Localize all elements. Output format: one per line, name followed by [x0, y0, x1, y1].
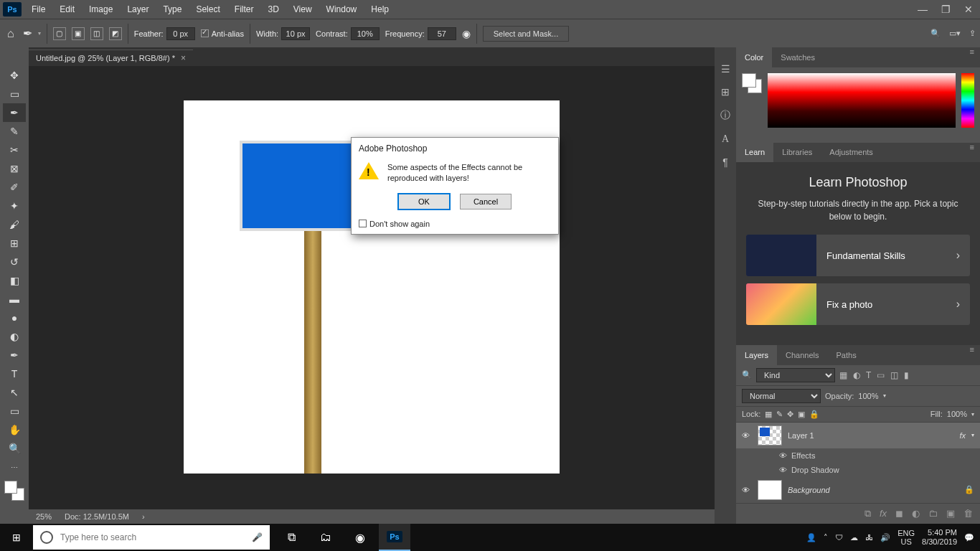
feather-input[interactable]	[166, 27, 195, 40]
edit-toolbar-icon[interactable]: ⋯	[3, 458, 26, 476]
taskbar-search[interactable]: Type here to search 🎤	[33, 525, 270, 550]
visibility-icon[interactable]: 👁	[742, 486, 752, 494]
layer-row-layer1[interactable]: 👁 Layer 1 fx ▾	[736, 423, 980, 448]
learn-card-fundamental[interactable]: Fundamental Skills ›	[746, 235, 970, 276]
menu-select[interactable]: Select	[189, 0, 227, 19]
rectangle-tool-icon[interactable]: ▭	[3, 402, 26, 420]
color-tab[interactable]: Color	[736, 47, 772, 67]
filter-type-icon[interactable]: T	[866, 370, 871, 380]
share-icon[interactable]: ⇪	[969, 29, 976, 38]
workspace-icon[interactable]: ▭▾	[949, 29, 961, 38]
menu-3d[interactable]: 3D	[260, 0, 286, 19]
lock-transparency-icon[interactable]: ▦	[765, 410, 772, 419]
pen-tool-icon[interactable]: ✒	[3, 346, 26, 364]
swatches-tab[interactable]: Swatches	[772, 47, 824, 67]
frame-tool-icon[interactable]: ⊠	[3, 159, 26, 178]
window-close-button[interactable]: ✕	[957, 0, 980, 19]
filter-smart-icon[interactable]: ◫	[890, 370, 898, 380]
pen-pressure-icon[interactable]: ◉	[462, 28, 471, 39]
hand-tool-icon[interactable]: ✋	[3, 420, 26, 439]
menu-image[interactable]: Image	[82, 0, 120, 19]
layer-filter-kind[interactable]: Kind	[756, 368, 835, 382]
color-picker-gradient[interactable]	[768, 73, 956, 128]
filter-toggle-icon[interactable]: ▮	[904, 370, 909, 380]
delete-layer-icon[interactable]: 🗑	[963, 508, 973, 519]
tray-clock[interactable]: 5:40 PM 8/30/2019	[922, 528, 957, 547]
channels-tab[interactable]: Channels	[777, 345, 827, 365]
home-icon[interactable]: ⌂	[4, 27, 17, 40]
layer-mask-icon[interactable]: ◼	[895, 508, 903, 519]
photoshop-taskbar-icon[interactable]: Ps	[379, 524, 410, 551]
foreground-background-colors[interactable]	[4, 481, 24, 501]
lock-image-icon[interactable]: ✎	[776, 410, 783, 419]
visibility-icon[interactable]: 👁	[742, 431, 752, 440]
layer-thumbnail[interactable]	[758, 480, 782, 500]
status-arrow-icon[interactable]: ›	[142, 512, 145, 521]
canvas-area[interactable]	[29, 66, 715, 509]
quick-selection-tool-icon[interactable]: ✎	[3, 122, 26, 141]
panel-menu-icon[interactable]: ≡	[964, 143, 980, 163]
learn-tab[interactable]: Learn	[736, 143, 773, 163]
chevron-down-icon[interactable]: ▾	[971, 432, 974, 438]
gradient-tool-icon[interactable]: ▬	[3, 290, 26, 309]
paths-tab[interactable]: Paths	[828, 345, 865, 365]
lock-all-icon[interactable]: 🔒	[809, 410, 819, 419]
layer-style-icon[interactable]: fx	[880, 508, 887, 519]
layer-dropshadow-row[interactable]: 👁 Drop Shadow	[736, 463, 980, 477]
eraser-tool-icon[interactable]: ◧	[3, 271, 26, 290]
blur-tool-icon[interactable]: ●	[3, 309, 26, 327]
healing-brush-tool-icon[interactable]: ✦	[3, 197, 26, 215]
tray-language-region[interactable]: US	[897, 537, 915, 546]
window-restore-button[interactable]: ❐	[934, 0, 957, 19]
layers-tab[interactable]: Layers	[736, 345, 777, 365]
group-icon[interactable]: 🗀	[928, 508, 938, 519]
tray-onedrive-icon[interactable]: ☁	[850, 533, 858, 542]
selection-intersect-icon[interactable]: ◩	[109, 27, 122, 40]
history-brush-tool-icon[interactable]: ↺	[3, 253, 26, 271]
start-button[interactable]: ⊞	[0, 524, 33, 551]
menu-type[interactable]: Type	[156, 0, 189, 19]
search-icon[interactable]: 🔍	[930, 29, 941, 38]
selection-new-icon[interactable]: ▢	[53, 27, 66, 40]
selection-subtract-icon[interactable]: ◫	[90, 27, 103, 40]
lasso-tool-icon[interactable]: ✒	[3, 103, 26, 122]
history-panel-icon[interactable]: ☰	[721, 63, 730, 75]
layer-thumbnail[interactable]	[758, 425, 782, 446]
dodge-tool-icon[interactable]: ◐	[3, 327, 26, 346]
lock-artboard-icon[interactable]: ▣	[798, 410, 805, 419]
zoom-level[interactable]: 25%	[36, 512, 52, 521]
close-tab-icon[interactable]: ×	[181, 53, 186, 63]
layer-effects-row[interactable]: 👁 Effects	[736, 448, 980, 463]
action-center-icon[interactable]: 💬	[964, 533, 974, 542]
mic-icon[interactable]: 🎤	[252, 532, 263, 542]
filter-pixel-icon[interactable]: ▦	[839, 370, 847, 380]
layer-fx-icon[interactable]: fx	[959, 431, 966, 440]
zoom-tool-icon[interactable]: 🔍	[3, 439, 26, 458]
adjustment-layer-icon[interactable]: ◐	[912, 508, 920, 519]
cancel-button[interactable]: Cancel	[460, 194, 512, 209]
layer-name[interactable]: Background	[788, 486, 830, 494]
document-tab[interactable]: Untitled.jpg @ 25% (Layer 1, RGB/8#) * ×	[29, 50, 193, 66]
panel-menu-icon[interactable]: ≡	[964, 47, 980, 67]
crop-tool-icon[interactable]: ✂	[3, 141, 26, 159]
fill-value[interactable]: 100%	[947, 410, 967, 418]
hue-strip[interactable]	[961, 73, 974, 128]
ok-button[interactable]: OK	[398, 194, 450, 209]
menu-help[interactable]: Help	[364, 0, 396, 19]
people-icon[interactable]: 👤	[806, 533, 816, 542]
doc-size[interactable]: Doc: 12.5M/10.5M	[65, 512, 129, 521]
frequency-input[interactable]	[428, 27, 456, 40]
menu-edit[interactable]: Edit	[52, 0, 82, 19]
width-input[interactable]	[281, 27, 310, 40]
task-view-icon[interactable]: ⧉	[275, 524, 307, 551]
character-panel-icon[interactable]: A	[722, 133, 729, 145]
panel-menu-icon[interactable]: ≡	[964, 345, 980, 365]
marquee-tool-icon[interactable]: ▭	[3, 85, 26, 103]
tray-network-icon[interactable]: 🖧	[865, 533, 873, 542]
chevron-down-icon[interactable]: ▾	[883, 392, 886, 399]
menu-window[interactable]: Window	[319, 0, 364, 19]
dont-show-checkbox[interactable]	[359, 220, 367, 227]
tray-volume-icon[interactable]: 🔊	[880, 533, 890, 542]
link-layers-icon[interactable]: ⧉	[864, 508, 871, 519]
adjustments-tab[interactable]: Adjustments	[821, 143, 882, 163]
